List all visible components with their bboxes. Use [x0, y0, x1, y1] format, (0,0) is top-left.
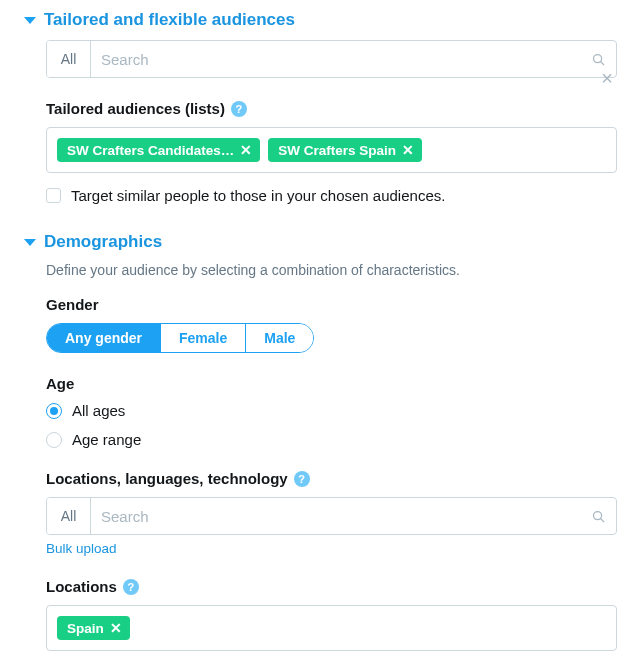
radio-icon[interactable]	[46, 403, 62, 419]
target-similar-row[interactable]: Target similar people to those in your c…	[46, 187, 617, 204]
llt-title: Locations, languages, technology	[46, 470, 288, 487]
age-option-label: All ages	[72, 402, 125, 419]
search-icon	[591, 509, 606, 524]
tailored-lists-title-row: Tailored audiences (lists) ?	[46, 100, 617, 117]
target-similar-label: Target similar people to those in your c…	[71, 187, 445, 204]
age-sub: Age All agesAge range	[46, 375, 617, 448]
checkbox-icon[interactable]	[46, 188, 61, 203]
svg-point-2	[594, 511, 602, 519]
close-icon[interactable]: ✕	[240, 143, 252, 157]
tailored-lists-title: Tailored audiences (lists)	[46, 100, 225, 117]
gender-option[interactable]: Male	[245, 324, 313, 352]
locations-sub: Locations ? Spain✕	[46, 578, 617, 651]
section-title: Demographics	[44, 232, 162, 252]
bulk-upload-link[interactable]: Bulk upload	[46, 541, 117, 556]
close-icon[interactable]: ×	[601, 68, 613, 88]
locations-title-row: Locations ?	[46, 578, 617, 595]
tailored-search-sub: All	[46, 40, 617, 78]
svg-line-1	[601, 61, 605, 65]
help-icon[interactable]: ?	[231, 101, 247, 117]
gender-sub: Gender Any genderFemaleMale	[46, 296, 617, 353]
age-option-row[interactable]: All ages	[46, 402, 617, 419]
age-option-label: Age range	[72, 431, 141, 448]
gender-option[interactable]: Any gender	[47, 324, 160, 352]
gender-title: Gender	[46, 296, 617, 313]
caret-down-icon	[24, 17, 36, 24]
search-input-wrap	[91, 498, 616, 534]
search-icon	[591, 52, 606, 67]
tailored-lists-tagbox[interactable]: SW Crafters Candidates…✕SW Crafters Spai…	[46, 127, 617, 173]
age-option-row[interactable]: Age range	[46, 431, 617, 448]
caret-down-icon	[24, 239, 36, 246]
close-icon[interactable]: ✕	[110, 621, 122, 635]
section-header-tailored[interactable]: Tailored and flexible audiences	[24, 10, 617, 30]
close-icon[interactable]: ✕	[402, 143, 414, 157]
tailored-lists: Tailored audiences (lists) ? × SW Crafte…	[46, 100, 617, 204]
gender-segmented: Any genderFemaleMale	[46, 323, 314, 353]
demographics-desc: Define your audience by selecting a comb…	[46, 262, 617, 278]
radio-icon[interactable]	[46, 432, 62, 448]
age-title: Age	[46, 375, 617, 392]
tag-label: Spain	[67, 621, 104, 636]
search-filter-all[interactable]: All	[47, 498, 91, 534]
audience-search-input[interactable]	[101, 51, 591, 68]
tag[interactable]: SW Crafters Spain✕	[268, 138, 422, 162]
gender-option[interactable]: Female	[160, 324, 245, 352]
audience-search: All	[46, 40, 617, 78]
tag-label: SW Crafters Spain	[278, 143, 396, 158]
search-input-wrap	[91, 41, 616, 77]
search-filter-all[interactable]: All	[47, 41, 91, 77]
section-demographics: Demographics Define your audience by sel…	[24, 232, 617, 651]
llt-search: All	[46, 497, 617, 535]
llt-sub: Locations, languages, technology ? All B…	[46, 470, 617, 556]
locations-tagbox[interactable]: Spain✕	[46, 605, 617, 651]
section-title: Tailored and flexible audiences	[44, 10, 295, 30]
help-icon[interactable]: ?	[123, 579, 139, 595]
help-icon[interactable]: ?	[294, 471, 310, 487]
section-header-demographics[interactable]: Demographics	[24, 232, 617, 252]
svg-line-3	[601, 518, 605, 522]
svg-point-0	[594, 54, 602, 62]
llt-search-input[interactable]	[101, 508, 591, 525]
tag[interactable]: Spain✕	[57, 616, 130, 640]
tag-label: SW Crafters Candidates…	[67, 143, 234, 158]
locations-title: Locations	[46, 578, 117, 595]
section-tailored: Tailored and flexible audiences All Tail…	[24, 10, 617, 204]
llt-title-row: Locations, languages, technology ?	[46, 470, 617, 487]
tag[interactable]: SW Crafters Candidates…✕	[57, 138, 260, 162]
